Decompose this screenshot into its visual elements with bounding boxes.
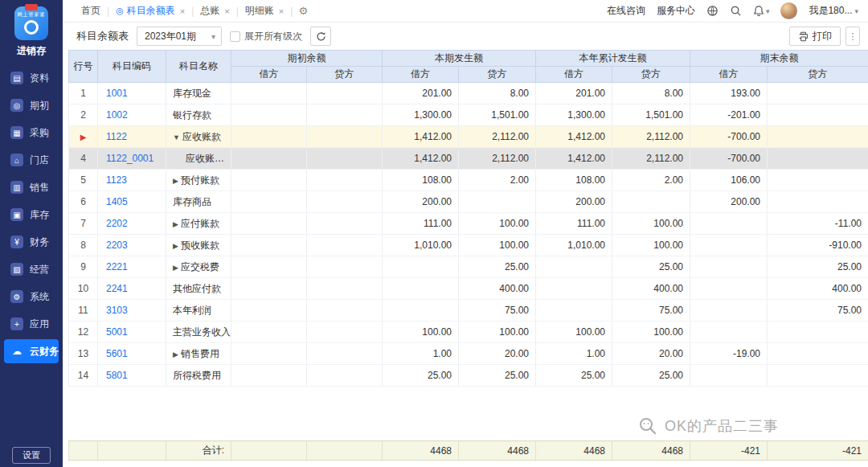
amount-cell: -201.00 bbox=[690, 104, 768, 126]
account-code-link[interactable]: 3103 bbox=[98, 300, 166, 322]
search-icon[interactable] bbox=[730, 5, 742, 17]
tab-general-ledger[interactable]: 总账× bbox=[195, 4, 234, 18]
table-area: 行号 科目编码 科目名称 期初余额 本期发生额 本年累计发生额 期末余额 借方 … bbox=[63, 50, 868, 467]
sidebar-item-data[interactable]: ▤资料 bbox=[0, 64, 63, 92]
amount-cell: 108.00 bbox=[383, 170, 459, 191]
account-code-link[interactable]: 1002 bbox=[98, 104, 166, 126]
col-header-rownum: 行号 bbox=[69, 51, 98, 83]
table-row[interactable]: 145801所得税费用25.0025.0025.0025.00 bbox=[69, 365, 868, 387]
avatar[interactable] bbox=[780, 2, 797, 19]
amount-cell bbox=[231, 104, 307, 126]
subheader-credit: 贷方 bbox=[612, 67, 690, 83]
tab-home[interactable]: 首页 bbox=[76, 4, 105, 18]
sidebar-item-operation[interactable]: ▧经营 bbox=[0, 256, 63, 283]
table-row[interactable]: 61405库存商品200.00200.00200.00 bbox=[69, 191, 868, 213]
table-row[interactable]: 135601▶销售费用1.0020.001.0020.00-19.00 bbox=[69, 343, 868, 365]
row-number-cell: 2 bbox=[69, 104, 98, 126]
table-row[interactable]: 11001库存现金201.008.00201.008.00193.00 bbox=[69, 83, 868, 104]
tabs-settings-gear-icon[interactable]: ⚙ bbox=[298, 5, 308, 17]
sidebar-item-purchase[interactable]: ▦采购 bbox=[0, 119, 63, 146]
sidebar-item-label: 期初 bbox=[30, 99, 49, 113]
account-code-link[interactable]: 5801 bbox=[98, 365, 166, 387]
refresh-button[interactable] bbox=[310, 27, 331, 46]
user-menu[interactable]: 我是180... ▾ bbox=[809, 4, 858, 18]
amount-cell: 20.00 bbox=[459, 343, 536, 365]
table-row[interactable]: ▶1122▼应收账款1,412.002,112.001,412.002,112.… bbox=[69, 126, 868, 148]
logo-block[interactable]: 网上管家婆 进销存 bbox=[0, 0, 63, 58]
period-select[interactable]: 2023年01期 ▾ bbox=[137, 27, 222, 46]
sidebar-item-apps[interactable]: +应用 bbox=[0, 310, 63, 338]
account-code-link[interactable]: 5001 bbox=[98, 322, 166, 343]
online-consult-link[interactable]: 在线咨询 bbox=[607, 4, 645, 18]
amount-cell: 100.00 bbox=[612, 322, 690, 343]
row-number-cell: 10 bbox=[69, 278, 98, 300]
amount-cell bbox=[231, 343, 307, 365]
account-name-cell: ▶销售费用 bbox=[166, 343, 231, 365]
chart-icon: ▧ bbox=[10, 263, 23, 276]
amount-cell: 25.00 bbox=[536, 365, 612, 387]
account-code-link[interactable]: 1122 bbox=[98, 126, 166, 148]
table-row[interactable]: 51123▶预付账款108.002.00108.002.00106.00 bbox=[69, 170, 868, 191]
account-code-link[interactable]: 2241 bbox=[98, 278, 166, 300]
amount-cell bbox=[307, 235, 383, 256]
table-row[interactable]: 82203▶预收账款1,010.00100.001,010.00100.00-9… bbox=[69, 235, 868, 256]
account-code-link[interactable]: 2221 bbox=[98, 256, 166, 278]
amount-cell bbox=[307, 213, 383, 235]
account-code-link[interactable]: 1405 bbox=[98, 191, 166, 213]
collapse-arrow-icon[interactable]: ▼ bbox=[173, 133, 180, 141]
print-button[interactable]: 打印 bbox=[789, 27, 841, 46]
table-row[interactable]: 41122_0001应收账款_...1,412.002,112.001,412.… bbox=[69, 148, 868, 170]
target-icon: ◎ bbox=[10, 99, 23, 112]
tab-account-balance[interactable]: ◎科目余额表× bbox=[111, 4, 190, 18]
table-row[interactable]: 102241其他应付款400.00400.00400.00 bbox=[69, 278, 868, 300]
table-row[interactable]: 125001主营业务收入100.00100.00100.00100.00 bbox=[69, 322, 868, 343]
tab-close-icon[interactable]: × bbox=[224, 6, 229, 16]
expand-arrow-icon[interactable]: ▶ bbox=[173, 264, 178, 272]
amount-cell: 8.00 bbox=[459, 83, 536, 104]
sidebar-item-label: 资料 bbox=[30, 72, 49, 85]
expand-arrow-icon[interactable]: ▶ bbox=[173, 177, 178, 185]
sidebar-item-store[interactable]: ⌂门店 bbox=[0, 146, 63, 174]
amount-cell: 1,412.00 bbox=[536, 126, 612, 148]
remote-assist-icon[interactable] bbox=[706, 5, 719, 17]
account-name: 其他应付款 bbox=[173, 283, 221, 294]
amount-cell: 2.00 bbox=[612, 170, 690, 191]
account-code-link[interactable]: 2203 bbox=[98, 235, 166, 256]
notifications-button[interactable]: ▾ bbox=[753, 5, 770, 17]
printer-icon bbox=[798, 31, 809, 42]
sidebar-item-finance[interactable]: ¥财务 bbox=[0, 228, 63, 256]
table-row[interactable]: 72202▶应付账款111.00100.00111.00100.00-11.00 bbox=[69, 213, 868, 235]
account-name-cell: ▼应收账款 bbox=[166, 126, 231, 148]
sidebar-item-sales[interactable]: ▥销售 bbox=[0, 174, 63, 201]
amount-cell: 200.00 bbox=[690, 191, 768, 213]
sidebar-item-opening[interactable]: ◎期初 bbox=[0, 92, 63, 119]
account-code-link[interactable]: 1123 bbox=[98, 170, 166, 191]
table-row[interactable]: 113103本年利润75.0075.0075.00 bbox=[69, 300, 868, 322]
sidebar-settings-button[interactable]: 设置 bbox=[12, 447, 51, 464]
account-code-link[interactable]: 1122_0001 bbox=[98, 148, 166, 170]
total-amount-cell: 4468 bbox=[612, 441, 690, 461]
tab-close-icon[interactable]: × bbox=[180, 6, 185, 16]
account-code-link[interactable]: 2202 bbox=[98, 213, 166, 235]
expand-all-checkbox[interactable]: 展开所有级次 bbox=[230, 30, 302, 43]
account-code-link[interactable]: 5601 bbox=[98, 343, 166, 365]
expand-arrow-icon[interactable]: ▶ bbox=[173, 220, 178, 228]
tab-detail-ledger[interactable]: 明细账× bbox=[240, 4, 289, 18]
amount-cell: 201.00 bbox=[536, 83, 612, 104]
service-center-link[interactable]: 服务中心 bbox=[657, 4, 695, 18]
sidebar-item-cloud-finance[interactable]: ☁云财务 bbox=[4, 339, 59, 363]
expand-arrow-icon[interactable]: ▶ bbox=[173, 242, 178, 250]
amount-cell: 1,412.00 bbox=[383, 126, 459, 148]
account-code-link[interactable]: 1001 bbox=[98, 83, 166, 104]
table-row[interactable]: 92221▶应交税费25.0025.0025.00 bbox=[69, 256, 868, 278]
sidebar-item-inventory[interactable]: ▣库存 bbox=[0, 201, 63, 228]
refresh-icon bbox=[316, 31, 326, 42]
sidebar-item-system[interactable]: ⚙系统 bbox=[0, 283, 63, 310]
account-name-cell: ▶应交税费 bbox=[166, 256, 231, 278]
amount-cell: 100.00 bbox=[459, 213, 536, 235]
table-row[interactable]: 21002银行存款1,300.001,501.001,300.001,501.0… bbox=[69, 104, 868, 126]
expand-arrow-icon[interactable]: ▶ bbox=[173, 350, 178, 358]
more-options-button[interactable]: ⋮ bbox=[845, 27, 860, 46]
tab-close-icon[interactable]: × bbox=[279, 6, 284, 16]
amount-cell: 201.00 bbox=[383, 83, 459, 104]
